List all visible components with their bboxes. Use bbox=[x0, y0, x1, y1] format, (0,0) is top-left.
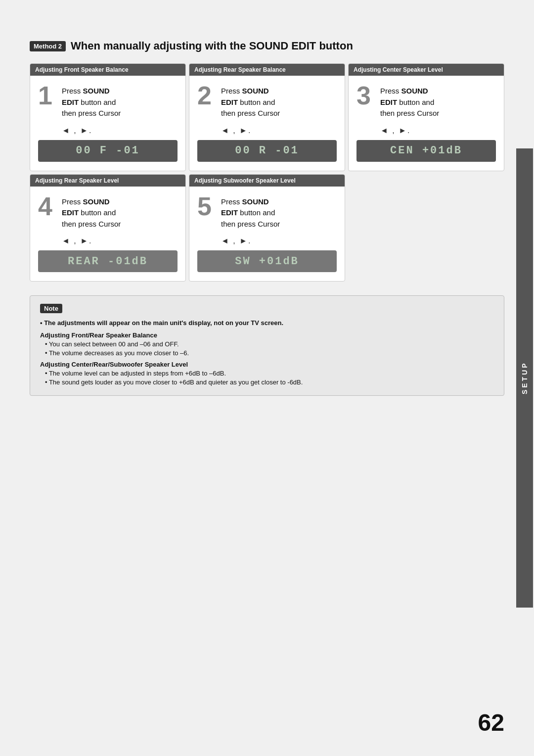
method-header: Method 2 When manually adjusting with th… bbox=[30, 40, 504, 52]
step-card-3: Adjusting Center Speaker Level 3 Press S… bbox=[348, 63, 504, 171]
step-card-5: Adjusting Subwoofer Speaker Level 5 Pres… bbox=[189, 174, 345, 282]
step-5-lcd-text: SW +01dB bbox=[235, 255, 299, 268]
step-4-row: 4 Press SOUND EDIT button and then press… bbox=[38, 193, 121, 230]
step-card-1: Adjusting Front Speaker Balance 1 Press … bbox=[30, 63, 186, 171]
note-section2-title: Adjusting Center/Rear/Subwoofer Speaker … bbox=[40, 361, 494, 368]
step-card-2: Adjusting Rear Speaker Balance 2 Press S… bbox=[189, 63, 345, 171]
step-2-text: Press SOUND EDIT button and then press C… bbox=[221, 86, 280, 119]
note-section1-title: Adjusting Front/Rear Speaker Balance bbox=[40, 331, 494, 339]
step-3-header: Adjusting Center Speaker Level bbox=[349, 64, 504, 76]
step-3-row: 3 Press SOUND EDIT button and then press… bbox=[356, 83, 439, 119]
step-3-lcd: CEN +01dB bbox=[356, 140, 496, 162]
step-4-text: Press SOUND EDIT button and then press C… bbox=[62, 196, 121, 230]
step-4-arrows: ◄ , ►. bbox=[62, 236, 92, 245]
step-5-header: Adjusting Subwoofer Speaker Level bbox=[189, 175, 345, 187]
step-3-number: 3 bbox=[356, 83, 375, 108]
step-2-lcd: 00 R -01 bbox=[197, 140, 337, 162]
step-4-header: Adjusting Rear Speaker Level bbox=[30, 175, 185, 187]
setup-tab-wrap: SETUP bbox=[516, 148, 534, 608]
step-1-body: 1 Press SOUND EDIT button and then press… bbox=[30, 76, 185, 171]
step-5-lcd: SW +01dB bbox=[197, 250, 337, 272]
method-badge: Method 2 bbox=[30, 41, 66, 51]
step-3-body: 3 Press SOUND EDIT button and then press… bbox=[349, 76, 504, 171]
step-5-body: 5 Press SOUND EDIT button and then press… bbox=[189, 187, 345, 282]
step-5-text: Press SOUND EDIT button and then press C… bbox=[221, 196, 280, 230]
step-3-arrows: ◄ , ►. bbox=[380, 126, 410, 135]
step-4-number: 4 bbox=[38, 193, 57, 219]
step-card-4: Adjusting Rear Speaker Level 4 Press SOU… bbox=[30, 174, 186, 282]
note-section1-bullet1: • You can select between 00 and –06 and … bbox=[45, 340, 494, 348]
setup-tab: SETUP bbox=[516, 148, 533, 608]
step-1-row: 1 Press SOUND EDIT button and then press… bbox=[38, 83, 121, 119]
step-2-arrows: ◄ , ►. bbox=[221, 126, 251, 135]
step-2-number: 2 bbox=[197, 83, 216, 108]
step-1-lcd-text: 00 F -01 bbox=[76, 144, 140, 157]
steps-grid-top: Adjusting Front Speaker Balance 1 Press … bbox=[30, 63, 504, 171]
step-4-body: 4 Press SOUND EDIT button and then press… bbox=[30, 187, 185, 282]
step-4-lcd-text: REAR -01dB bbox=[68, 255, 148, 268]
step-2-body: 2 Press SOUND EDIT button and then press… bbox=[189, 76, 345, 171]
steps-grid-bottom: Adjusting Rear Speaker Level 4 Press SOU… bbox=[30, 174, 504, 282]
step-1-arrows: ◄ , ►. bbox=[62, 126, 92, 135]
note-header: Note bbox=[40, 304, 494, 313]
step-5-row: 5 Press SOUND EDIT button and then press… bbox=[197, 193, 280, 230]
page-number: 62 bbox=[478, 709, 504, 736]
note-section2-bullet1: • The volume level can be adjusted in st… bbox=[45, 370, 494, 377]
step-3-text: Press SOUND EDIT button and then press C… bbox=[380, 86, 439, 119]
step-1-header: Adjusting Front Speaker Balance bbox=[30, 64, 185, 76]
step-2-lcd-text: 00 R -01 bbox=[235, 144, 299, 157]
step-1-lcd: 00 F -01 bbox=[38, 140, 178, 162]
note-section2-bullet2: • The sound gets louder as you move clos… bbox=[45, 378, 494, 386]
step-5-number: 5 bbox=[197, 193, 216, 219]
note-badge: Note bbox=[40, 304, 62, 313]
step-1-number: 1 bbox=[38, 83, 57, 108]
step-1-text: Press SOUND EDIT button and then press C… bbox=[62, 86, 121, 119]
step-4-lcd: REAR -01dB bbox=[38, 250, 178, 272]
note-box: Note • The adjustments will appear on th… bbox=[30, 295, 504, 396]
method-title: When manually adjusting with the SOUND E… bbox=[71, 40, 353, 52]
note-section1-bullet2: • The volume decreases as you move close… bbox=[45, 349, 494, 357]
step-3-lcd-text: CEN +01dB bbox=[390, 144, 462, 157]
note-main-bullet: • The adjustments will appear on the mai… bbox=[40, 319, 494, 327]
step-5-arrows: ◄ , ►. bbox=[221, 236, 251, 245]
step-2-row: 2 Press SOUND EDIT button and then press… bbox=[197, 83, 280, 119]
step-2-header: Adjusting Rear Speaker Balance bbox=[189, 64, 345, 76]
